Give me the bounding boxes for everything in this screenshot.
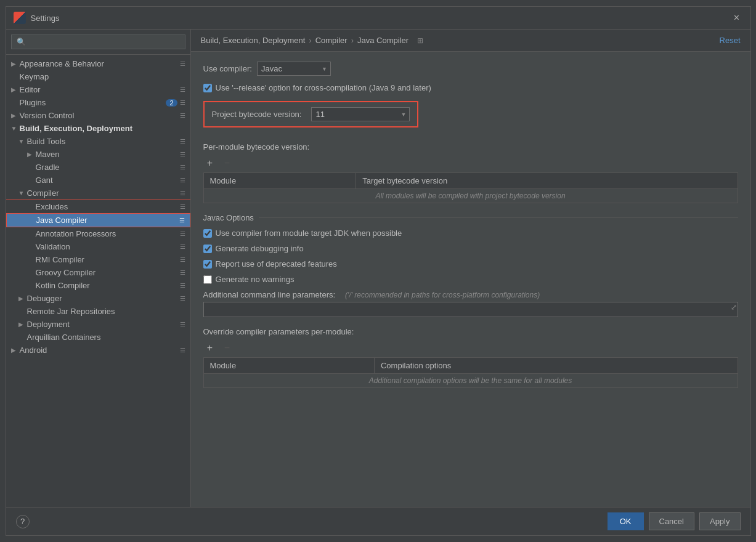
sidebar-item-groovy[interactable]: Groovy Compiler ☰ [6,266,190,279]
breadcrumb-part3: Java Compiler [357,36,408,45]
reset-button[interactable]: Reset [720,36,741,45]
use-module-target-checkbox[interactable] [203,229,212,238]
expand-icon-maven: ▶ [27,151,36,158]
remove-override-btn[interactable]: − [221,341,234,355]
bytecode-version-select[interactable]: 8 9 10 11 12 13 14 15 16 17 [311,107,410,121]
use-module-target-row: Use compiler from module target JDK when… [203,229,738,238]
bytecode-version-section: Project bytecode version: 8 9 10 11 12 1… [203,101,419,127]
sidebar-item-editor[interactable]: ▶ Editor ☰ [6,83,190,96]
cmd-expand-button[interactable]: ⤢ [731,303,737,312]
sidebar-item-remote-jar[interactable]: Remote Jar Repositories [6,305,190,318]
bottom-bar: ? OK Cancel Apply [6,507,750,535]
apply-button[interactable]: Apply [699,512,741,530]
sidebar-item-plugins[interactable]: Plugins 2 ☰ [6,96,190,109]
cmd-params-hint: ('/' recommended in paths for cross-plat… [345,291,540,299]
expand-icon-build-tools: ▼ [18,138,27,145]
use-compiler-row: Use compiler: Javac Eclipse Jikes [203,62,738,76]
sidebar-item-rmi[interactable]: RMI Compiler ☰ [6,253,190,266]
use-compiler-label: Use compiler: [203,64,252,73]
cmd-input-wrapper: ⤢ [203,302,738,317]
no-warnings-checkbox[interactable] [203,275,212,284]
javac-options-header: Javac Options [203,213,738,222]
expand-icon-deployment: ▶ [18,321,27,328]
settings-icon-annotation: ☰ [180,230,185,237]
remove-module-btn[interactable]: − [221,156,234,170]
cmd-params-section: Additional command line parameters: ('/'… [203,290,738,317]
override-module-col: Module [203,358,374,374]
sidebar-item-version-control[interactable]: ▶ Version Control ☰ [6,109,190,122]
settings-dialog: Settings × ▶ Appearance & Behavior ☰ Key… [6,6,751,536]
override-section: Override compiler parameters per-module:… [203,327,738,388]
search-input[interactable] [11,34,185,49]
sidebar-item-debugger[interactable]: ▶ Debugger ☰ [6,292,190,305]
sidebar-item-java-compiler[interactable]: Java Compiler ☰ [6,213,190,227]
settings-icon-deployment: ☰ [180,321,185,328]
sidebar-item-android[interactable]: ▶ Android ☰ [6,344,190,357]
no-warnings-label: Generate no warnings [216,275,295,284]
breadcrumb-icon: ⊞ [417,36,423,45]
override-toolbar: + − [203,341,738,355]
cancel-button[interactable]: Cancel [649,512,694,530]
generate-debug-checkbox[interactable] [203,245,212,253]
nav-tree: ▶ Appearance & Behavior ☰ Keymap ▶ Edito… [6,55,190,507]
search-box [6,30,190,55]
sidebar-item-annotation[interactable]: Annotation Processors ☰ [6,227,190,240]
override-options-col: Compilation options [374,358,738,374]
content-panel: Build, Execution, Deployment › Compiler … [191,30,750,507]
override-label: Override compiler parameters per-module: [203,327,738,336]
release-option-row: Use '--release' option for cross-compila… [203,83,738,92]
empty-module-row: All modules will be compiled with projec… [203,189,738,203]
use-module-target-label: Use compiler from module target JDK when… [216,229,402,238]
settings-icon-debugger: ☰ [180,295,185,302]
breadcrumb-sep2: › [351,36,354,45]
expand-icon-build: ▼ [11,125,20,132]
breadcrumb-part2: Compiler [315,36,348,45]
close-button[interactable]: × [731,12,743,24]
help-button[interactable]: ? [16,515,30,528]
add-module-btn[interactable]: + [203,156,217,170]
report-deprecated-label: Report use of deprecated features [216,259,337,269]
settings-icon-rmi: ☰ [180,256,185,263]
sidebar-item-appearance[interactable]: ▶ Appearance & Behavior ☰ [6,57,190,70]
empty-override-msg: Additional compilation options will be t… [203,374,738,388]
dialog-title: Settings [31,14,60,23]
release-option-label: Use '--release' option for cross-compila… [216,83,431,92]
sidebar-item-gant[interactable]: Gant ☰ [6,174,190,187]
no-warnings-row: Generate no warnings [203,275,738,284]
settings-icon-excludes: ☰ [180,203,185,210]
compiler-select[interactable]: Javac Eclipse Jikes [257,62,331,76]
sidebar-item-compiler[interactable]: ▼ Compiler ☰ [6,187,190,200]
expand-icon-debugger: ▶ [18,295,27,302]
breadcrumb-part1: Build, Execution, Deployment [201,36,306,45]
app-icon [14,12,26,24]
generate-debug-row: Generate debugging info [203,244,738,253]
sidebar-item-excludes[interactable]: Excludes ☰ [6,200,190,213]
dialog-buttons: OK Cancel Apply [608,512,741,530]
sidebar-item-build[interactable]: ▼ Build, Execution, Deployment [6,122,190,135]
sidebar-item-build-tools[interactable]: ▼ Build Tools ☰ [6,135,190,148]
sidebar-item-maven[interactable]: ▶ Maven ☰ [6,148,190,161]
release-option-checkbox[interactable] [203,84,212,92]
expand-icon-android: ▶ [11,347,20,354]
add-override-btn[interactable]: + [203,341,217,355]
cmd-params-input[interactable] [203,302,738,317]
sidebar-item-keymap[interactable]: Keymap [6,70,190,83]
per-module-label: Per-module bytecode version: [203,142,738,152]
sidebar-item-gradle[interactable]: Gradle ☰ [6,161,190,174]
expand-icon-compiler: ▼ [18,190,27,196]
plugins-badge: 2 [166,99,177,107]
javac-options-label: Javac Options [203,213,254,222]
settings-icon-appearance: ☰ [180,60,185,67]
report-deprecated-checkbox[interactable] [203,260,212,269]
expand-icon-vc: ▶ [11,112,20,119]
sidebar-item-validation[interactable]: Validation ☰ [6,240,190,253]
settings-icon-compiler: ☰ [180,190,185,196]
sidebar-item-kotlin[interactable]: Kotlin Compiler ☰ [6,279,190,292]
sidebar-item-arquillian[interactable]: Arquillian Containers [6,331,190,344]
sidebar-item-deployment[interactable]: ▶ Deployment ☰ [6,318,190,331]
ok-button[interactable]: OK [608,512,644,530]
settings-icon-android: ☰ [180,347,185,354]
generate-debug-label: Generate debugging info [216,244,304,253]
content-body: Use compiler: Javac Eclipse Jikes Use '-… [191,52,750,507]
target-bytecode-col-header: Target bytecode version [356,173,738,189]
